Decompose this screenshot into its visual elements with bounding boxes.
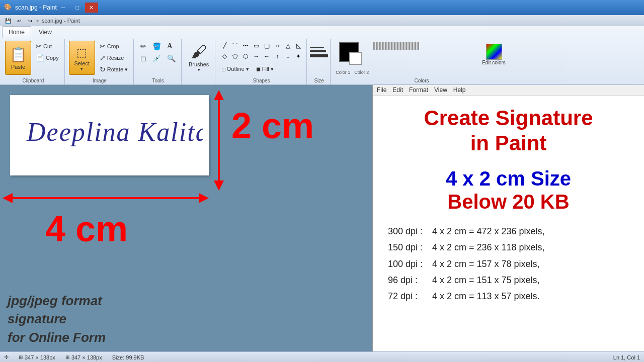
right-panel-content: Create Signature in Paint 4 x 2 cm Size … [373, 96, 644, 351]
select-button[interactable]: ⬚ Select ▾ [69, 41, 95, 75]
color-cell-35[interactable] [412, 42, 413, 50]
cut-button[interactable]: ✂ Cut [33, 41, 61, 52]
color-cell-11[interactable] [385, 42, 386, 50]
edit-colors-icon [486, 44, 502, 60]
color-swatches: Color 1 Color 2 [336, 42, 369, 75]
copy-button[interactable]: 📄 Copy [33, 52, 61, 63]
paint-canvas[interactable]: Deeplina Kalita 2 cm 4 cm jpg/jp [0, 85, 372, 351]
color-cell-5[interactable] [380, 42, 381, 50]
shape-rect[interactable]: ▭ [251, 41, 261, 51]
panel-title-line1: Create Signature [424, 106, 593, 130]
shape-right-triangle[interactable]: ◺ [293, 41, 303, 51]
shape-hexagon[interactable]: ⬡ [240, 51, 251, 61]
shape-ellipse[interactable]: ○ [272, 41, 282, 51]
dpi-label-3: 96 dpi : [388, 272, 428, 288]
format-line1: jpg/jpeg format [8, 292, 106, 310]
size-1px[interactable] [310, 45, 322, 45]
qa-dropdown[interactable]: ▾ [36, 18, 39, 24]
pencil-button[interactable]: ✏ [138, 41, 149, 52]
color-cell-13[interactable] [388, 42, 389, 50]
outline-button[interactable]: □ Outline ▾ [219, 64, 252, 74]
color-cell-0[interactable] [373, 42, 374, 50]
rotate-button[interactable]: ↻ Rotate ▾ [97, 64, 130, 75]
color-cell-38[interactable] [417, 42, 418, 50]
shape-up-arrow[interactable]: ↑ [272, 51, 282, 61]
size-2px[interactable] [310, 47, 324, 48]
shape-freeform[interactable]: 〜 [240, 41, 251, 51]
shape-line[interactable]: ╱ [219, 41, 229, 51]
dpi-value-1: 4 x 2 cm = 236 x 118 pixels, [432, 239, 545, 255]
shape-curve[interactable]: ⌒ [230, 41, 240, 51]
color-cell-14[interactable] [389, 42, 390, 50]
maximize-btn[interactable]: □ [71, 3, 84, 13]
fill-shape-button[interactable]: ◼ Fill ▾ [254, 64, 276, 74]
right-panel: File Edit Format View Help Create Signat… [372, 85, 644, 351]
size-6px[interactable] [310, 54, 328, 57]
resize-button[interactable]: ⤢ Resize [97, 52, 130, 63]
color-cell-25[interactable] [401, 42, 403, 50]
selection-icon: ⊞ [19, 354, 23, 360]
color-cell-37[interactable] [415, 42, 416, 50]
tab-home[interactable]: Home [2, 26, 31, 38]
close-btn[interactable]: ✕ [85, 3, 98, 13]
color-picker-button[interactable]: 💉 [150, 53, 164, 64]
menu-format[interactable]: Format [409, 86, 428, 94]
minimize-btn[interactable]: ─ [57, 3, 70, 13]
color-cell-30[interactable] [405, 42, 406, 50]
shape-left-arrow[interactable]: ← [262, 51, 272, 61]
menu-view[interactable]: View [434, 86, 447, 94]
color-cell-16[interactable] [392, 42, 393, 50]
color-cell-26[interactable] [403, 42, 404, 50]
color-cell-2[interactable] [376, 42, 377, 50]
color-cell-24[interactable] [400, 42, 401, 50]
color-cell-33[interactable] [409, 42, 410, 50]
menu-help[interactable]: Help [453, 86, 466, 94]
color-cell-36[interactable] [414, 42, 415, 50]
shape-down-arrow[interactable]: ↓ [283, 51, 293, 61]
color-cell-10[interactable] [383, 42, 384, 50]
color-cell-20[interactable] [394, 42, 395, 50]
shape-rounded-rect[interactable]: ▢ [262, 41, 272, 51]
text-button[interactable]: A [165, 41, 175, 52]
select-icon: ⬚ [76, 46, 87, 59]
color-cell-15[interactable] [391, 42, 392, 50]
eraser-button[interactable]: ◻ [138, 53, 149, 64]
shape-triangle[interactable]: △ [283, 41, 293, 51]
color-cell-21[interactable] [395, 42, 396, 50]
color-cell-34[interactable] [411, 42, 412, 50]
clipboard-items: 📋 Paste ✂ Cut 📄 Copy [5, 40, 61, 77]
color-cell-12[interactable] [386, 42, 387, 50]
tab-view[interactable]: View [32, 26, 58, 38]
color-cell-23[interactable] [398, 42, 399, 50]
shape-4point[interactable]: ✦ [293, 51, 303, 61]
color2-swatch[interactable] [349, 52, 362, 65]
paste-button[interactable]: 📋 Paste [5, 41, 31, 75]
edit-colors-button[interactable]: Edit colors [480, 42, 508, 67]
shape-right-arrow[interactable]: → [251, 51, 261, 61]
shape-pentagon[interactable]: ⬠ [230, 51, 240, 61]
color-cell-22[interactable] [397, 42, 398, 50]
magnify-button[interactable]: 🔍 [165, 53, 178, 64]
menu-file[interactable]: File [377, 86, 386, 94]
shape-diamond[interactable]: ◇ [219, 51, 229, 61]
qa-save[interactable]: 💾 [3, 16, 13, 25]
color-cell-32[interactable] [408, 42, 409, 50]
image-label: Image [93, 77, 107, 83]
fill-button[interactable]: 🪣 [150, 41, 164, 52]
color-cell-4[interactable] [379, 42, 380, 50]
dpi-label-2: 100 dpi : [388, 256, 428, 272]
color-cell-6[interactable] [382, 42, 383, 50]
qa-undo[interactable]: ↩ [14, 16, 24, 25]
size-4px[interactable] [310, 50, 326, 52]
color-cell-3[interactable] [377, 42, 378, 50]
status-canvas: ⊞ 347 × 138px [65, 354, 102, 360]
colors-label: Colors [415, 77, 429, 83]
menu-edit[interactable]: Edit [392, 86, 403, 94]
color-cell-1[interactable] [374, 42, 375, 50]
ribbon-group-size: Size [308, 39, 331, 84]
crop-button[interactable]: ✂ Crop [97, 41, 130, 52]
color-cell-31[interactable] [406, 42, 407, 50]
qa-redo[interactable]: ↪ [25, 16, 35, 25]
brushes-button[interactable]: 🖌 Brushes ▾ [186, 41, 212, 75]
color-cell-39[interactable] [418, 42, 419, 50]
